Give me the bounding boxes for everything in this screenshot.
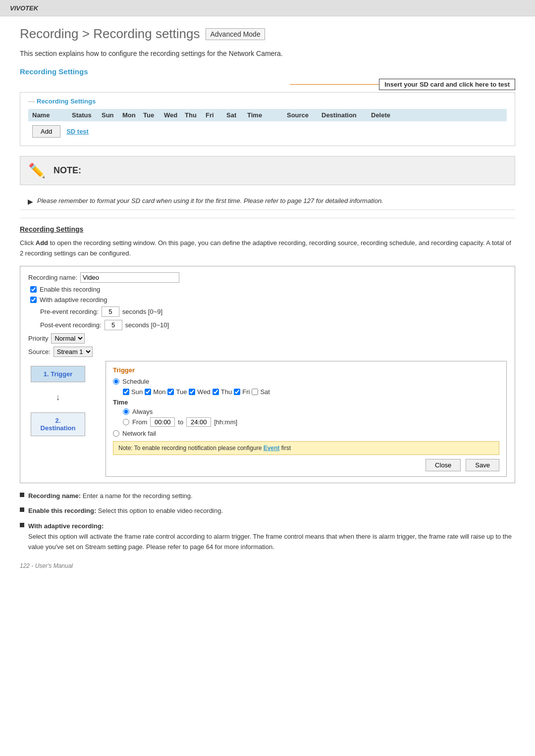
source-label: Source: xyxy=(28,348,51,355)
trigger-title: Trigger xyxy=(113,366,499,374)
from-to-row: From to [hh:mm] xyxy=(123,417,499,427)
note-box: ✏️ NOTE: xyxy=(20,156,515,185)
bullet-square-icon-3 xyxy=(20,523,24,527)
priority-row: Priority Normal High Low xyxy=(28,333,507,344)
add-button[interactable]: Add xyxy=(32,125,60,138)
post-event-input[interactable] xyxy=(105,320,122,330)
from-time-input[interactable] xyxy=(150,417,175,427)
sd-hint-box[interactable]: Insert your SD card and click here to te… xyxy=(379,79,515,90)
down-arrow-icon: ↓ xyxy=(56,392,60,403)
network-fail-row: Network fail xyxy=(113,430,499,437)
event-link[interactable]: Event xyxy=(264,445,280,452)
form-buttons: Close Save xyxy=(113,459,499,471)
col-destination: Destination xyxy=(321,111,371,119)
trigger-section: Trigger Schedule Sun Mon Tue xyxy=(106,361,507,477)
trigger-nav-box[interactable]: 1. Trigger xyxy=(31,366,85,382)
days-row: Sun Mon Tue Wed Thu Fri Sat xyxy=(123,388,499,396)
col-delete: Delete xyxy=(371,111,401,119)
col-time: Time xyxy=(247,111,287,119)
table-header: Name Status Sun Mon Tue Wed Thu Fri Sat … xyxy=(28,109,507,121)
form-two-col: 1. Trigger ↓ 2. Destination Trigger Sche… xyxy=(28,361,507,477)
section-heading: Recording Settings xyxy=(20,225,515,233)
bullet-square-icon-2 xyxy=(20,507,24,512)
pre-event-suffix: seconds [0~9] xyxy=(122,308,162,315)
page-title-row: Recording > Recording settings Advanced … xyxy=(20,26,515,42)
brand-label: VIVOTEK xyxy=(10,4,38,12)
sun-checkbox[interactable] xyxy=(123,389,129,395)
always-row: Always xyxy=(123,408,499,415)
destination-nav-box[interactable]: 2. Destination xyxy=(31,412,85,436)
priority-label: Priority xyxy=(28,335,48,342)
sd-test-link[interactable]: SD test xyxy=(66,128,89,135)
always-radio[interactable] xyxy=(123,408,129,415)
pre-event-input[interactable] xyxy=(102,306,119,317)
page-number: 122 - User's Manual xyxy=(20,562,515,569)
bullet-text-3: With adaptive recording: Select this opt… xyxy=(28,521,515,552)
thu-label: Thu xyxy=(221,388,232,396)
page-title: Recording > Recording settings xyxy=(20,26,200,42)
tue-checkbox[interactable] xyxy=(167,389,174,395)
hhmm-label: [hh:mm] xyxy=(214,418,237,426)
recording-settings-header: Recording Settings Insert your SD card a… xyxy=(20,67,515,90)
sun-label: Sun xyxy=(131,388,143,396)
network-fail-radio[interactable] xyxy=(113,430,119,437)
col-fri: Fri xyxy=(206,111,226,119)
wed-label: Wed xyxy=(197,388,211,396)
bullet-item-2: Enable this recording: Select this optio… xyxy=(20,506,515,516)
advanced-mode-badge[interactable]: Advanced Mode xyxy=(206,28,265,40)
from-label: From xyxy=(132,418,147,426)
network-fail-label: Network fail xyxy=(122,430,156,437)
close-button[interactable]: Close xyxy=(426,459,461,471)
to-time-input[interactable] xyxy=(186,417,211,427)
body-description: Click Add to open the recording setting … xyxy=(20,238,515,259)
note-label: NOTE: xyxy=(54,165,81,176)
recording-name-row: Recording name: xyxy=(28,272,507,283)
tue-label: Tue xyxy=(176,388,187,396)
destination-nav-label: 2. Destination xyxy=(41,417,76,432)
top-bar: VIVOTEK xyxy=(0,0,535,16)
bullet-item-1: Recording name: Enter a name for the rec… xyxy=(20,491,515,502)
pencil-icon: ✏️ xyxy=(28,162,46,179)
enable-label: Enable this recording xyxy=(40,286,100,293)
schedule-radio-row: Schedule xyxy=(113,378,499,385)
note-bullet: ▶ Please remember to format your SD card… xyxy=(20,193,515,210)
note-bar: Note: To enable recording notification p… xyxy=(113,441,499,455)
recording-form-box: Recording name: Enable this recording Wi… xyxy=(20,266,515,483)
source-select[interactable]: Stream 1 Stream 2 xyxy=(54,347,93,357)
adaptive-checkbox[interactable] xyxy=(30,297,37,303)
recording-settings-body: Recording Settings Click Add to open the… xyxy=(20,225,515,553)
save-button[interactable]: Save xyxy=(466,459,499,471)
thu-checkbox[interactable] xyxy=(213,389,219,395)
mon-checkbox[interactable] xyxy=(145,389,151,395)
enable-row: Enable this recording xyxy=(30,286,507,293)
fri-checkbox[interactable] xyxy=(234,389,240,395)
settings-box: Recording Settings Name Status Sun Mon T… xyxy=(20,92,515,146)
wed-checkbox[interactable] xyxy=(189,389,195,395)
settings-box-title: Recording Settings xyxy=(28,98,507,105)
schedule-radio[interactable] xyxy=(113,378,119,385)
main-content: Recording > Recording settings Advanced … xyxy=(0,16,535,579)
intro-text: This section explains how to configure t… xyxy=(20,50,515,57)
time-section-title: Time xyxy=(113,399,499,406)
always-label: Always xyxy=(132,408,153,415)
sat-checkbox[interactable] xyxy=(252,389,258,395)
enable-checkbox[interactable] xyxy=(30,286,37,293)
recording-name-label: Recording name: xyxy=(28,274,77,281)
sat-label: Sat xyxy=(260,388,270,396)
recording-name-input[interactable] xyxy=(80,272,179,283)
nav-boxes: 1. Trigger ↓ 2. Destination xyxy=(28,361,88,477)
arrow-icon: ▶ xyxy=(28,198,33,205)
col-source: Source xyxy=(287,111,321,119)
schedule-label: Schedule xyxy=(122,378,149,385)
adaptive-label: With adaptive recording xyxy=(40,296,107,303)
from-to-radio[interactable] xyxy=(123,419,129,425)
source-row: Source: Stream 1 Stream 2 xyxy=(28,347,507,357)
trigger-nav-label: 1. Trigger xyxy=(44,370,73,378)
bullet-square-icon xyxy=(20,493,24,497)
priority-select[interactable]: Normal High Low xyxy=(51,333,85,344)
col-tue: Tue xyxy=(143,111,164,119)
col-thu: Thu xyxy=(185,111,206,119)
note-text: Please remember to format your SD card w… xyxy=(37,197,383,204)
action-row: Add SD test xyxy=(28,121,507,138)
fri-label: Fri xyxy=(242,388,250,396)
